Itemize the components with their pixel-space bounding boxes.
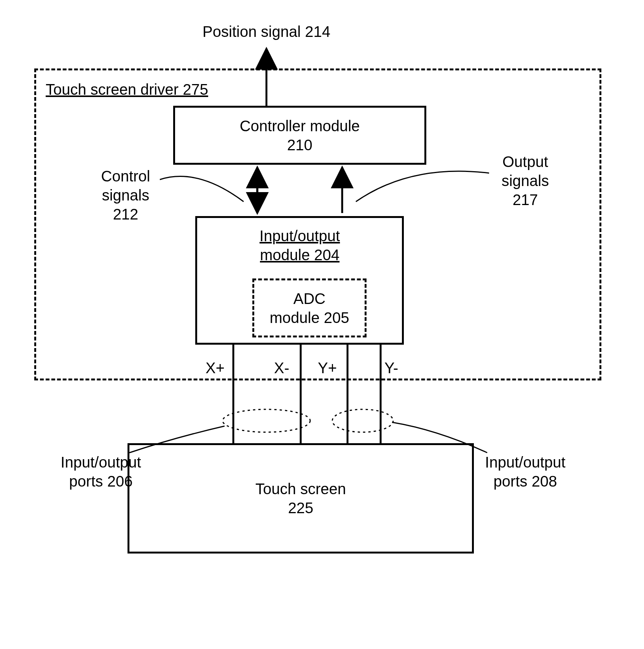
io-ports-left-label: Input/output ports 206 bbox=[51, 453, 150, 491]
output-signals-label: Output signals 217 bbox=[491, 152, 560, 209]
driver-title: Touch screen driver 275 bbox=[46, 80, 208, 99]
diagram-canvas: Position signal 214 Touch screen driver … bbox=[0, 0, 644, 649]
io-module-title2: module 204 bbox=[244, 245, 356, 264]
touch-screen-box: Touch screen 225 bbox=[128, 443, 474, 554]
controller-line1: Controller module bbox=[240, 116, 360, 135]
adc-module-box: ADC module 205 bbox=[252, 278, 367, 337]
x-minus-label: X- bbox=[274, 358, 289, 377]
adc-line2: module 205 bbox=[269, 308, 349, 327]
io-module-title1: Input/output bbox=[244, 226, 356, 245]
controller-module-box: Controller module 210 bbox=[173, 106, 426, 165]
y-plus-label: Y+ bbox=[318, 358, 337, 377]
position-signal-label: Position signal 214 bbox=[171, 22, 362, 41]
controller-line2: 210 bbox=[287, 135, 312, 154]
io-ports-right-label: Input/output ports 208 bbox=[476, 453, 575, 491]
touch-screen-line1: Touch screen bbox=[255, 479, 346, 498]
svg-point-8 bbox=[223, 409, 310, 432]
control-signals-label: Control signals 212 bbox=[91, 167, 160, 224]
touch-screen-line2: 225 bbox=[288, 498, 314, 517]
y-minus-label: Y- bbox=[384, 358, 398, 377]
svg-point-9 bbox=[332, 409, 393, 432]
adc-line1: ADC bbox=[293, 289, 325, 308]
x-plus-label: X+ bbox=[206, 358, 225, 377]
